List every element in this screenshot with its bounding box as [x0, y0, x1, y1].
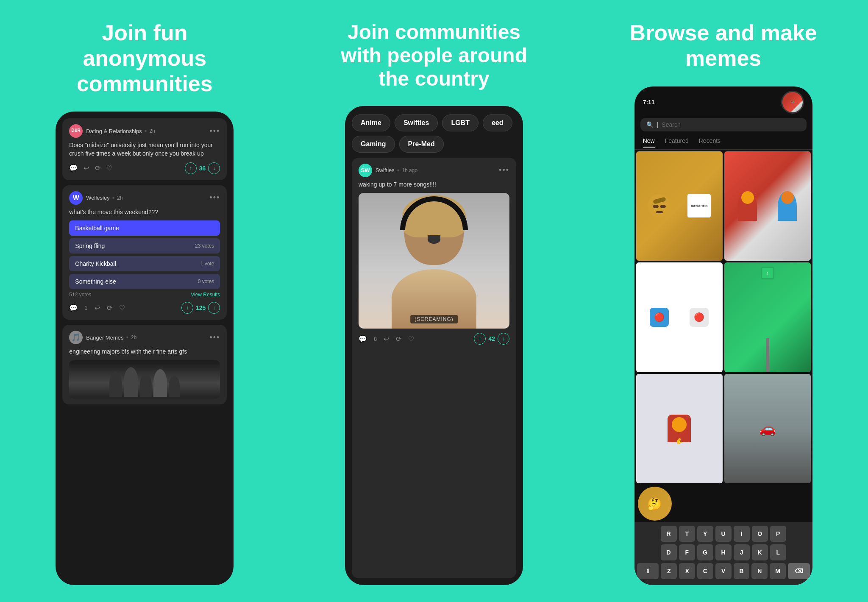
card-banger-meta: Banger Memes • 2h [86, 334, 206, 341]
key-z[interactable]: Z [661, 563, 677, 579]
bookmark-icon[interactable]: ♡ [106, 164, 112, 172]
tab-featured[interactable]: Featured [665, 137, 689, 148]
key-h[interactable]: H [715, 544, 732, 560]
key-g[interactable]: G [697, 544, 713, 560]
keyboard-row-2: D F G H J K L [637, 544, 810, 560]
comment-icon-poll[interactable]: 💬 [69, 304, 78, 312]
card-poll: W Wellesley • 2h ••• what's the move thi… [62, 185, 227, 320]
upvote-poll[interactable]: ↑ [181, 302, 193, 314]
share-icon[interactable]: ↩ [83, 164, 89, 172]
poll-option-something-label: Something else [75, 278, 116, 285]
key-c[interactable]: C [697, 563, 713, 579]
upvote-swifties[interactable]: ↑ [474, 333, 486, 345]
tag-anime[interactable]: Anime [352, 114, 390, 131]
card-poll-header: W Wellesley • 2h ••• [69, 191, 220, 205]
bookmark-icon-poll[interactable]: ♡ [119, 304, 125, 312]
card-banger-text: engineering majors bfs with their fine a… [69, 348, 220, 356]
card-dating-community: Dating & Relationships [86, 128, 142, 134]
key-o[interactable]: O [752, 526, 768, 542]
meme-cell-superhero[interactable]: ✋ [636, 374, 723, 483]
card-dating-actions: 💬 ↩ ⟳ ♡ ↑ 36 ↓ [69, 162, 220, 174]
repost-icon[interactable]: ⟳ [95, 164, 100, 172]
vote-count-poll: 125 [196, 304, 206, 311]
svg-text:D&R: D&R [71, 128, 81, 133]
panel-1-title: Join fun anonymous communities [43, 20, 246, 96]
vote-group-swifties: ↑ 42 ↓ [474, 333, 509, 345]
meme-cell-car[interactable]: 🚗 [724, 374, 811, 483]
card-poll-dots[interactable]: ••• [209, 193, 220, 202]
card-dating: D&R Dating & Relationships • 2h ••• Does… [62, 118, 227, 180]
card-poll-community: Wellesley [86, 195, 109, 201]
phone-status-bar: 7:11 👫 [634, 86, 812, 115]
key-n[interactable]: N [751, 563, 768, 579]
swifties-post: SW Swifties • 1h ago ••• waking up to 7 … [352, 158, 516, 578]
status-time: 7:11 [643, 99, 655, 106]
downvote-poll[interactable]: ↓ [208, 302, 220, 314]
repost-icon-swifties[interactable]: ⟳ [396, 335, 401, 343]
comment-icon[interactable]: 💬 [69, 164, 78, 172]
key-backspace[interactable]: ⌫ [788, 563, 810, 579]
key-r[interactable]: R [661, 526, 677, 542]
meme-cell-drake-top[interactable]: meme text [636, 151, 723, 261]
key-u[interactable]: U [715, 526, 732, 542]
card-banger-header: 🎵 Banger Memes • 2h ••• [69, 331, 220, 344]
comment-icon-swifties[interactable]: 💬 [359, 335, 367, 343]
memes-phone: 7:11 👫 🔍 | Search New Featured Recents [634, 86, 812, 585]
tag-lgbt[interactable]: LGBT [442, 114, 479, 131]
view-results-link[interactable]: View Results [191, 292, 220, 298]
swifties-dots[interactable]: ••• [499, 166, 509, 175]
tab-recents[interactable]: Recents [699, 137, 721, 148]
poll-option-spring[interactable]: Spring fling 23 votes [69, 238, 220, 254]
swifties-community: Swifties [376, 167, 395, 173]
tag-premed[interactable]: Pre-Med [399, 136, 444, 153]
drake-sticker: 🤔 [634, 485, 812, 522]
upvote-dating[interactable]: ↑ [185, 162, 197, 174]
key-shift[interactable]: ⇧ [637, 563, 659, 579]
key-b[interactable]: B [734, 563, 750, 579]
search-cursor: | [657, 121, 659, 128]
key-p[interactable]: P [770, 526, 786, 542]
key-v[interactable]: V [715, 563, 732, 579]
repost-icon-poll[interactable]: ⟳ [107, 304, 112, 312]
tag-gaming[interactable]: Gaming [352, 136, 395, 153]
bookmark-icon-swifties[interactable]: ♡ [408, 335, 414, 343]
card-dating-dots[interactable]: ••• [209, 127, 220, 136]
swifties-header: SW Swifties • 1h ago ••• [359, 164, 509, 177]
comment-count-swifties: 8 [374, 336, 377, 342]
tab-new[interactable]: New [643, 137, 655, 148]
poll-option-basketball[interactable]: Basketball game [69, 220, 220, 236]
meme-cell-road[interactable]: ↑ [724, 262, 811, 372]
key-t[interactable]: T [679, 526, 695, 542]
panel-2-title: Join communities with people around the … [332, 20, 536, 91]
card-dating-text: Does "midsize" university just mean you'… [69, 141, 220, 158]
share-icon-poll[interactable]: ↩ [95, 304, 100, 312]
key-x[interactable]: X [679, 563, 695, 579]
card-banger-dots[interactable]: ••• [209, 333, 220, 342]
key-f[interactable]: F [679, 544, 695, 560]
key-k[interactable]: K [752, 544, 768, 560]
poll-option-something[interactable]: Something else 0 votes [69, 274, 220, 289]
share-icon-swifties[interactable]: ↩ [384, 335, 389, 343]
card-poll-time: 2h [117, 195, 122, 201]
key-d[interactable]: D [661, 544, 677, 560]
tag-swifties[interactable]: Swifties [395, 114, 438, 131]
swifties-text: waking up to 7 more songs!!!! [359, 181, 509, 189]
meme-tabs: New Featured Recents [634, 134, 812, 150]
vote-group-poll: ↑ 125 ↓ [181, 302, 220, 314]
avatar-wellesley: W [69, 191, 83, 205]
tag-eed[interactable]: eed [483, 114, 512, 131]
key-i[interactable]: I [734, 526, 750, 542]
key-m[interactable]: M [770, 563, 786, 579]
downvote-dating[interactable]: ↓ [208, 162, 220, 174]
downvote-swifties[interactable]: ↓ [498, 333, 509, 345]
search-icon: 🔍 [646, 121, 654, 128]
meme-cell-couple[interactable] [724, 151, 811, 261]
profile-avatar[interactable]: 👫 [781, 91, 804, 114]
search-bar[interactable]: 🔍 | Search [640, 118, 807, 131]
key-j[interactable]: J [734, 544, 750, 560]
meme-cell-cartoon[interactable]: 🔴 🔴 [636, 262, 723, 372]
keyboard-row-1: R T Y U I O P [637, 526, 810, 542]
poll-option-kickball[interactable]: Charity Kickball 1 vote [69, 256, 220, 271]
key-y[interactable]: Y [697, 526, 713, 542]
key-l[interactable]: L [770, 544, 786, 560]
